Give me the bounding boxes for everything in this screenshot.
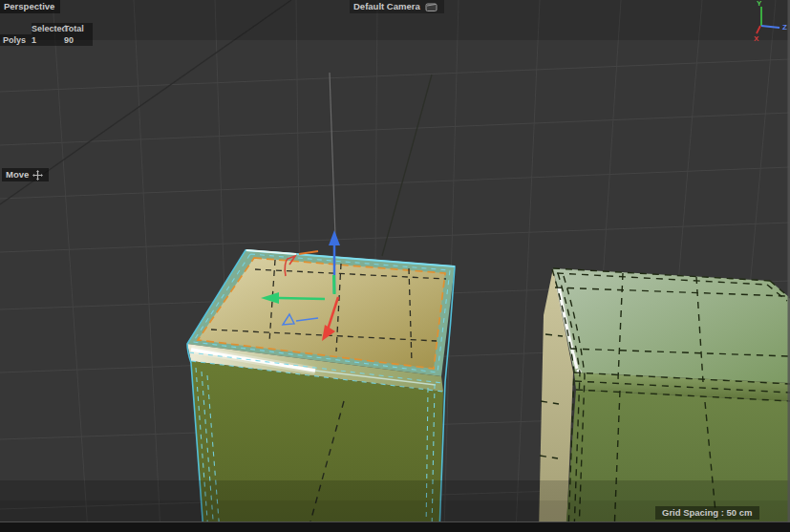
- axis-z-label[interactable]: Z: [782, 24, 787, 32]
- active-tool-status: Move: [2, 168, 49, 181]
- view-mode-label[interactable]: Perspective: [0, 0, 60, 13]
- gizmo-x-arrow-shaft[interactable]: [279, 298, 325, 299]
- camera-icon[interactable]: [425, 2, 438, 12]
- camera-selector[interactable]: Default Camera: [350, 0, 444, 13]
- stats-total-count: 90: [64, 34, 93, 46]
- stats-header-total: Total: [64, 23, 93, 34]
- stats-row-label: Polys: [0, 34, 32, 46]
- move-icon: [32, 170, 43, 181]
- active-tool-text: Move: [6, 169, 29, 181]
- stats-header-row: Selected Total: [0, 23, 93, 34]
- right-box-top-face[interactable]: [553, 268, 790, 383]
- stats-polys-row: Polys 1 90: [0, 34, 93, 46]
- scene-canvas[interactable]: [0, 0, 790, 532]
- stats-selected-count: 1: [32, 34, 64, 46]
- axis-y-label[interactable]: Y: [757, 0, 761, 8]
- axis-x-label[interactable]: X: [754, 35, 758, 43]
- grid-spacing-status: Grid Spacing : 50 cm: [655, 506, 759, 520]
- view-mode-text: Perspective: [4, 1, 54, 11]
- stats-header-selected: Selected: [32, 23, 64, 34]
- poly-stats: Selected Total Polys 1 90: [0, 23, 93, 46]
- camera-name-text: Default Camera: [353, 1, 420, 12]
- viewport[interactable]: Perspective Default Camera Selected Tota…: [0, 0, 790, 532]
- grid-spacing-text: Grid Spacing : 50 cm: [662, 507, 753, 518]
- stats-header-spacer: [0, 23, 32, 34]
- gizmo-green-handle[interactable]: [334, 275, 335, 294]
- bottom-bar: [0, 522, 790, 532]
